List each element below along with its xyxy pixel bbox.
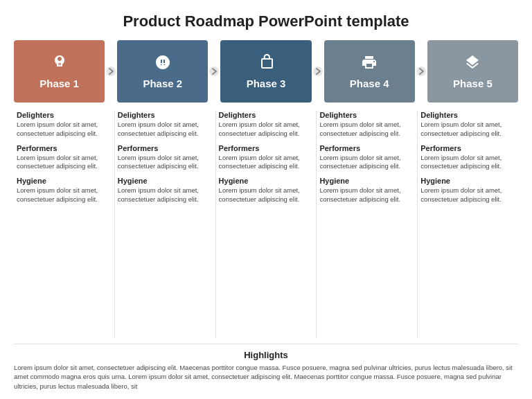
page-title: Product Roadmap PowerPoint template (14, 12, 518, 30)
arrow-connector-2 (208, 65, 220, 78)
section-2-col-2: PerformersLorem ipsum dolor sit amet, co… (118, 144, 213, 172)
section-2-col-3: PerformersLorem ipsum dolor sit amet, co… (219, 144, 314, 172)
phases-row: Phase 1 Phase 2 Phase 3 Phase 4 Phase 5 (14, 40, 518, 103)
section-text-2-col-4: Lorem ipsum dolor sit amet, consectetuer… (319, 154, 414, 172)
phase-icon-1 (51, 54, 68, 75)
phase-label-2: Phase 2 (143, 78, 182, 89)
section-title-2-col-5: Performers (420, 144, 515, 152)
section-3-col-2: HygieneLorem ipsum dolor sit amet, conse… (118, 177, 213, 204)
content-col-4: DelightersLorem ipsum dolor sit amet, co… (317, 111, 418, 338)
section-title-1-col-4: Delighters (319, 111, 414, 119)
phase-icon-4 (361, 54, 378, 75)
section-title-3-col-3: Hygiene (219, 177, 314, 185)
phase-label-3: Phase 3 (247, 78, 286, 89)
svg-point-3 (416, 66, 426, 76)
section-title-1-col-3: Delighters (219, 111, 314, 119)
section-text-2-col-5: Lorem ipsum dolor sit amet, consectetuer… (420, 154, 515, 172)
section-title-1-col-1: Delighters (17, 111, 112, 119)
highlights-section: Highlights Lorem ipsum dolor sit amet, c… (14, 344, 518, 391)
phase-icon-3 (258, 54, 274, 75)
phase-box-4[interactable]: Phase 4 (324, 40, 415, 103)
arrow-connector-4 (415, 65, 427, 78)
section-title-2-col-1: Performers (17, 144, 112, 152)
section-3-col-1: HygieneLorem ipsum dolor sit amet, conse… (17, 177, 112, 204)
section-1-col-1: DelightersLorem ipsum dolor sit amet, co… (17, 111, 112, 139)
phase-label-1: Phase 1 (39, 78, 79, 89)
section-1-col-2: DelightersLorem ipsum dolor sit amet, co… (118, 111, 213, 139)
section-text-2-col-3: Lorem ipsum dolor sit amet, consectetuer… (219, 154, 314, 172)
section-title-3-col-5: Hygiene (420, 177, 515, 185)
section-text-1-col-1: Lorem ipsum dolor sit amet, consectetuer… (17, 121, 112, 139)
highlights-text: Lorem ipsum dolor sit amet, consectetuer… (14, 363, 518, 391)
section-title-2-col-4: Performers (319, 144, 414, 152)
section-text-1-col-2: Lorem ipsum dolor sit amet, consectetuer… (118, 121, 213, 139)
content-col-2: DelightersLorem ipsum dolor sit amet, co… (115, 111, 216, 338)
section-title-3-col-4: Hygiene (319, 177, 414, 185)
section-text-3-col-4: Lorem ipsum dolor sit amet, consectetuer… (319, 186, 414, 204)
section-3-col-4: HygieneLorem ipsum dolor sit amet, conse… (319, 177, 414, 204)
section-text-3-col-5: Lorem ipsum dolor sit amet, consectetuer… (420, 186, 515, 204)
content-col-1: DelightersLorem ipsum dolor sit amet, co… (14, 111, 115, 338)
section-text-3-col-2: Lorem ipsum dolor sit amet, consectetuer… (118, 186, 213, 204)
section-title-1-col-2: Delighters (118, 111, 213, 119)
phase-box-3[interactable]: Phase 3 (220, 40, 311, 103)
section-1-col-3: DelightersLorem ipsum dolor sit amet, co… (219, 111, 314, 139)
section-text-2-col-2: Lorem ipsum dolor sit amet, consectetuer… (118, 154, 213, 172)
content-col-3: DelightersLorem ipsum dolor sit amet, co… (216, 111, 317, 338)
section-title-3-col-1: Hygiene (17, 177, 112, 185)
content-col-5: DelightersLorem ipsum dolor sit amet, co… (418, 111, 518, 338)
section-2-col-4: PerformersLorem ipsum dolor sit amet, co… (319, 144, 414, 172)
phase-box-5[interactable]: Phase 5 (427, 40, 518, 103)
section-2-col-1: PerformersLorem ipsum dolor sit amet, co… (17, 144, 112, 172)
section-1-col-5: DelightersLorem ipsum dolor sit amet, co… (420, 111, 515, 139)
section-title-3-col-2: Hygiene (118, 177, 213, 185)
phase-label-4: Phase 4 (350, 78, 389, 89)
section-2-col-5: PerformersLorem ipsum dolor sit amet, co… (420, 144, 515, 172)
section-3-col-5: HygieneLorem ipsum dolor sit amet, conse… (420, 177, 515, 204)
phase-icon-5 (464, 54, 481, 75)
section-text-3-col-3: Lorem ipsum dolor sit amet, consectetuer… (219, 186, 314, 204)
section-text-3-col-1: Lorem ipsum dolor sit amet, consectetuer… (17, 186, 112, 204)
highlights-title: Highlights (14, 350, 518, 360)
section-title-2-col-3: Performers (219, 144, 314, 152)
phase-box-1[interactable]: Phase 1 (14, 40, 105, 103)
svg-point-0 (106, 66, 116, 76)
section-text-2-col-1: Lorem ipsum dolor sit amet, consectetuer… (17, 154, 112, 172)
arrow-connector-3 (312, 65, 324, 78)
svg-point-1 (209, 66, 219, 76)
section-text-1-col-3: Lorem ipsum dolor sit amet, consectetuer… (219, 121, 314, 139)
section-1-col-4: DelightersLorem ipsum dolor sit amet, co… (319, 111, 414, 139)
phase-icon-2 (154, 54, 171, 75)
arrow-connector-1 (105, 65, 117, 78)
section-title-1-col-5: Delighters (420, 111, 515, 119)
section-text-1-col-4: Lorem ipsum dolor sit amet, consectetuer… (319, 121, 414, 139)
content-grid: DelightersLorem ipsum dolor sit amet, co… (14, 111, 518, 338)
section-title-2-col-2: Performers (118, 144, 213, 152)
svg-point-2 (313, 66, 323, 76)
phase-box-2[interactable]: Phase 2 (117, 40, 208, 103)
section-3-col-3: HygieneLorem ipsum dolor sit amet, conse… (219, 177, 314, 204)
section-text-1-col-5: Lorem ipsum dolor sit amet, consectetuer… (420, 121, 515, 139)
phase-label-5: Phase 5 (453, 78, 493, 89)
page: Product Roadmap PowerPoint template Phas… (0, 0, 532, 399)
